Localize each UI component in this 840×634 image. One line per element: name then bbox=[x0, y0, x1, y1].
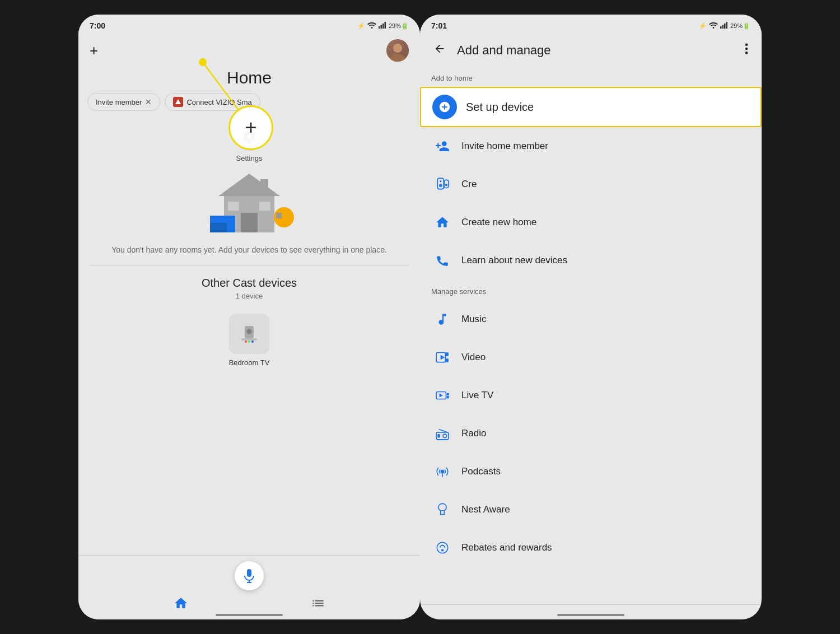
svg-point-35 bbox=[745, 43, 748, 46]
menu-item-live-tv[interactable]: Live TV bbox=[420, 376, 762, 414]
right-phone: 7:01 ⚡ 29%🔋 bbox=[420, 15, 762, 619]
add-button[interactable]: + bbox=[90, 43, 98, 58]
radio-svg-icon bbox=[435, 426, 450, 441]
menu-item-set-up-device[interactable]: Set up device bbox=[420, 87, 762, 127]
radio-label: Radio bbox=[461, 428, 486, 439]
menu-item-music[interactable]: Music bbox=[420, 300, 762, 338]
learn-devices-label: Learn about new devices bbox=[461, 255, 567, 266]
svg-rect-32 bbox=[722, 25, 724, 29]
menu-item-create-new-home[interactable]: Create new home bbox=[420, 203, 762, 241]
svg-point-22 bbox=[248, 330, 250, 333]
podcasts-icon bbox=[431, 460, 454, 483]
speaker-group-icon bbox=[431, 173, 454, 195]
chip-invite-label: Invite member bbox=[96, 98, 142, 106]
menu-item-nest-aware[interactable]: Nest Aware bbox=[420, 491, 762, 529]
svg-point-8 bbox=[390, 54, 405, 62]
svg-line-54 bbox=[439, 429, 447, 432]
plus-circle-icon: + bbox=[245, 118, 256, 138]
svg-rect-52 bbox=[437, 434, 440, 438]
left-status-icons: ⚡ 29%🔋 bbox=[357, 22, 409, 30]
mic-button[interactable] bbox=[235, 561, 264, 590]
right-content: Add to home Set up device Invite home me… bbox=[420, 66, 762, 604]
right-page-title: Add and manage bbox=[448, 43, 743, 58]
podcasts-label: Podcasts bbox=[461, 466, 501, 477]
menu-item-learn-devices[interactable]: Learn about new devices bbox=[420, 241, 762, 279]
empty-text: You don't have any rooms yet. Add your d… bbox=[78, 244, 420, 265]
svg-rect-49 bbox=[447, 393, 449, 395]
nav-list-button[interactable] bbox=[311, 596, 325, 610]
bottom-nav bbox=[78, 555, 420, 619]
person-plus-icon bbox=[435, 139, 450, 153]
other-cast-title: Other Cast devices bbox=[78, 265, 420, 292]
setup-device-highlight-box: Set up device bbox=[420, 87, 762, 127]
menu-item-radio[interactable]: Radio bbox=[420, 414, 762, 453]
mic-area bbox=[78, 561, 420, 590]
device-label: Bedroom TV bbox=[229, 358, 270, 367]
setup-device-text: Set up device bbox=[466, 101, 534, 114]
svg-point-53 bbox=[443, 434, 447, 438]
svg-rect-17 bbox=[210, 223, 227, 232]
svg-point-42 bbox=[445, 184, 447, 186]
left-time: 7:00 bbox=[90, 21, 105, 30]
svg-point-40 bbox=[440, 180, 441, 182]
device-item-bedroom-tv[interactable]: Bedroom TV bbox=[229, 314, 270, 367]
video-play-icon bbox=[435, 350, 450, 365]
svg-point-24 bbox=[245, 341, 247, 343]
left-phone: + 7:00 ⚡ 29%🔋 bbox=[78, 15, 420, 619]
avatar[interactable] bbox=[386, 39, 409, 62]
svg-rect-27 bbox=[247, 569, 251, 577]
menu-item-create-speaker[interactable]: Cre bbox=[420, 165, 762, 203]
more-icon bbox=[745, 43, 748, 55]
back-button[interactable] bbox=[431, 40, 448, 60]
nav-home-button[interactable] bbox=[174, 596, 188, 610]
svg-rect-14 bbox=[228, 202, 239, 211]
left-status-bar: 7:00 ⚡ 29%🔋 bbox=[78, 15, 420, 35]
create-home-icon bbox=[431, 211, 454, 234]
nav-icons bbox=[78, 596, 420, 610]
right-time: 7:01 bbox=[431, 21, 447, 30]
svg-marker-11 bbox=[218, 174, 280, 196]
right-status-icons: ⚡ 29%🔋 bbox=[699, 22, 750, 30]
live-tv-label: Live TV bbox=[461, 390, 493, 401]
menu-item-podcasts[interactable]: Podcasts bbox=[420, 453, 762, 491]
svg-rect-19 bbox=[276, 213, 282, 218]
left-header: + bbox=[78, 35, 420, 66]
svg-rect-46 bbox=[445, 358, 448, 362]
svg-rect-50 bbox=[447, 396, 449, 398]
svg-rect-31 bbox=[720, 26, 722, 29]
video-icon bbox=[431, 346, 454, 369]
svg-rect-45 bbox=[445, 352, 448, 356]
svg-rect-38 bbox=[437, 178, 444, 189]
learn-devices-icon bbox=[431, 249, 454, 272]
music-note-icon bbox=[435, 312, 450, 327]
right-home-bar bbox=[557, 614, 624, 616]
nest-aware-icon bbox=[431, 498, 454, 521]
invite-home-member-label: Invite home member bbox=[461, 141, 548, 152]
right-wifi-icon bbox=[709, 22, 718, 30]
right-status-bar: 7:01 ⚡ 29%🔋 bbox=[420, 15, 762, 35]
svg-rect-34 bbox=[726, 22, 727, 29]
chip-vizio-label: Connect VIZIO Sma bbox=[186, 98, 251, 106]
svg-rect-23 bbox=[241, 338, 257, 341]
svg-point-2 bbox=[371, 27, 372, 29]
invite-home-member-icon bbox=[431, 135, 454, 157]
music-icon bbox=[431, 308, 454, 330]
bluetooth-icon: ⚡ bbox=[357, 22, 365, 30]
svg-rect-5 bbox=[382, 24, 384, 29]
more-button[interactable] bbox=[743, 40, 750, 60]
nest-svg-icon bbox=[435, 502, 450, 517]
setup-device-circle-icon bbox=[432, 95, 457, 119]
house-svg bbox=[193, 162, 305, 235]
chip-invite-close[interactable]: ✕ bbox=[145, 97, 152, 106]
menu-item-rebates[interactable]: Rebates and rewards bbox=[420, 529, 762, 567]
menu-item-invite-home-member[interactable]: Invite home member bbox=[420, 127, 762, 165]
music-label: Music bbox=[461, 314, 486, 325]
menu-item-video[interactable]: Video bbox=[420, 338, 762, 376]
nav-list-icon bbox=[311, 596, 325, 610]
right-signal-icon bbox=[720, 22, 728, 30]
chip-invite[interactable]: Invite member ✕ bbox=[87, 93, 160, 111]
svg-marker-48 bbox=[440, 394, 444, 398]
svg-rect-3 bbox=[379, 26, 380, 29]
mic-icon bbox=[242, 568, 256, 584]
home-icon bbox=[435, 215, 450, 230]
